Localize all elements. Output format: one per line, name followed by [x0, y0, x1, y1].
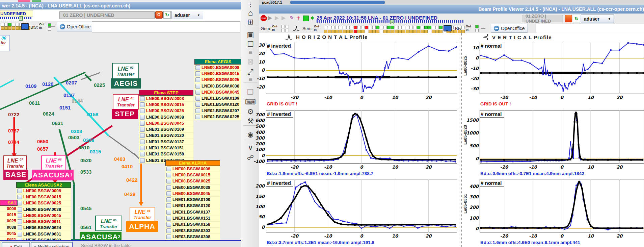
monitor-list-item[interactable]: LNE00.BSGW.0038 — [16, 206, 71, 213]
monitor-checkbox[interactable] — [140, 146, 145, 150]
unlink-icon[interactable]: ☍ — [241, 153, 260, 162]
btv-out-led[interactable] — [48, 23, 51, 27]
monitor-list-item[interactable]: LNE01.BSGW.0151 — [139, 145, 193, 151]
monitor-list-item[interactable]: 0025 — [0, 218, 18, 224]
monitor-checkbox[interactable] — [140, 96, 145, 101]
gem-out-cb-1[interactable] — [281, 25, 285, 28]
monitor-checkbox[interactable] — [166, 222, 171, 227]
monitor-checkbox[interactable] — [140, 140, 145, 144]
monitor-list-item[interactable]: LNE00.BSGW.0008 — [139, 96, 193, 102]
monitor-checkbox[interactable] — [166, 185, 171, 190]
expand-icon[interactable]: ⤢ — [241, 68, 260, 76]
monitor-list-item[interactable]: LNE02.BSGW.0207 — [194, 108, 241, 114]
monitor-list-item[interactable]: LNE00.BSGW.0045 — [16, 213, 71, 219]
monitor-checkbox[interactable] — [17, 189, 22, 193]
monitor-list-item[interactable]: LNE01.BSGW.0158 — [165, 222, 220, 228]
monitor-list-item[interactable]: LNE05.BSGW.0503 — [16, 237, 71, 240]
monitor-checkbox[interactable] — [17, 213, 22, 218]
monitor-list-item[interactable]: LNE00.BSGW.0038 — [165, 184, 220, 191]
monitor-checkbox[interactable] — [140, 121, 145, 126]
monitor-list-item[interactable]: LNE00.BSGW.0025 — [165, 178, 220, 184]
monitor-checkbox[interactable] — [17, 201, 22, 205]
monitor-checkbox[interactable] — [166, 179, 171, 183]
monitor-list-item[interactable]: LNE00.BSGW.0008 — [165, 166, 220, 172]
monitor-list-item[interactable]: LNE06.BSGW.0624 — [16, 225, 71, 231]
btv-monitor-icon[interactable] — [21, 23, 29, 30]
monitor-checkbox[interactable] — [166, 191, 171, 196]
monitor-list-item[interactable]: LNE06.BSGW.0631 — [16, 231, 71, 237]
stop-icon[interactable]: STOP — [261, 15, 267, 21]
monitor-checkbox[interactable] — [17, 195, 22, 199]
exit-button[interactable]: ✕ Exit — [2, 242, 30, 247]
openoffice-button[interactable]: OpenOffice — [57, 22, 94, 31]
monitor-checkbox[interactable] — [195, 115, 200, 119]
monitor-list-item[interactable]: LNE00.BSGW.0038 — [139, 114, 193, 120]
monitor-checkbox[interactable] — [140, 115, 145, 120]
monitor-list-item[interactable]: LNE00.BSGW.0015 — [194, 71, 241, 77]
monitor-list-item[interactable]: LNE01.BSGW.0109 — [165, 197, 220, 203]
monitor-checkbox[interactable] — [166, 234, 171, 239]
monitor-checkbox[interactable] — [166, 216, 171, 221]
monitor-list-item[interactable]: LNE01.BSGW.0137 — [139, 139, 193, 145]
refresh-button[interactable]: ↻ — [573, 15, 580, 22]
monitor-list-item[interactable]: LNE00.BSGW.0015 — [139, 102, 193, 108]
monitor-list-item[interactable]: LNE00.BSGW.0025 — [194, 77, 241, 83]
monitor-checkbox[interactable] — [195, 90, 200, 95]
btv-in-led[interactable] — [475, 29, 479, 32]
monitor-list-item[interactable]: LNE00.BSGW.0015 — [165, 172, 220, 178]
collapse-icon[interactable]: ∨ — [241, 143, 260, 152]
monitor-checkbox[interactable] — [166, 197, 171, 202]
taskbar-segment[interactable] — [290, 1, 385, 4]
monitor-checkbox[interactable] — [17, 207, 22, 212]
monitor-checkbox[interactable] — [195, 102, 200, 107]
openoffice-button[interactable]: OpenOffice — [491, 24, 528, 33]
monitor-checkbox[interactable] — [166, 203, 171, 208]
user-dropdown[interactable]: aduser ▼ — [171, 11, 203, 19]
monitor-checkbox[interactable] — [17, 232, 22, 237]
monitor-checkbox[interactable] — [195, 71, 200, 76]
gem-out-cb-2[interactable] — [286, 25, 289, 28]
refresh-button[interactable]: ↻ — [163, 11, 171, 19]
empty-field[interactable] — [92, 21, 240, 32]
monitor-checkbox[interactable] — [140, 152, 145, 156]
capture-region-icon[interactable]: ▣ — [241, 30, 260, 39]
left-window-titlebar[interactable]: wer 2.14.5 - (INCA) - LNA.USER.ALL (cs-c… — [0, 2, 243, 10]
camera-icon[interactable]: ◉ — [241, 130, 260, 139]
btv-monitor-icon[interactable] — [444, 25, 452, 31]
monitor-list-item[interactable]: LNE00.BSGW.0008 — [194, 65, 241, 71]
move-view-icon[interactable]: ⊠ — [241, 57, 260, 66]
gem-in-cb-2[interactable] — [286, 29, 289, 32]
monitor-list-item[interactable]: LNE01.BSGW.0137 — [165, 209, 220, 215]
monitor-list-item[interactable]: LNE00.BSGW.0038 — [194, 83, 241, 89]
grip-handle[interactable]: ⋮ — [241, 1, 260, 8]
monitor-list-item[interactable]: LNE00.BSGW.0025 — [139, 108, 193, 114]
monitor-checkbox[interactable] — [17, 219, 22, 224]
monitor-checkbox[interactable] — [140, 133, 145, 138]
fullscreen-icon[interactable]: ☐ — [241, 40, 260, 49]
monitor-list-item[interactable]: 0008 — [0, 206, 18, 212]
desktop-tab-label[interactable]: pcad5017:1 — [262, 0, 282, 4]
user-dropdown[interactable]: aduser ▼ — [581, 15, 614, 23]
play-icon-2[interactable]: ▶ — [275, 15, 279, 21]
monitor-list-item[interactable]: 0045 — [0, 230, 18, 237]
menu-icon[interactable]: ≡ — [241, 49, 260, 56]
monitor-list-item[interactable]: LNE00.BSGW.0045 — [194, 89, 241, 95]
monitor-list-item[interactable]: LNE02.BSGW.0225 — [194, 114, 241, 120]
settings-icon[interactable]: ⚙ — [241, 107, 260, 116]
monitor-checkbox[interactable] — [166, 167, 171, 171]
play-icon-3[interactable]: ▶ — [281, 15, 286, 21]
monitor-list-item[interactable]: LNE06.BSGW.0611 — [16, 219, 71, 225]
monitor-checkbox[interactable] — [140, 102, 145, 107]
monitor-list-item[interactable]: LNE00.BSGW.0015 — [16, 194, 71, 200]
btv-in-led[interactable] — [48, 27, 51, 31]
right-window-titlebar[interactable]: Beam Profile Viewer 2.14.5 - (INCA) - LN… — [259, 5, 644, 14]
monitor-list-item[interactable]: LNE01.BSGW.0158 — [139, 151, 193, 157]
gem-in-cb-1[interactable] — [281, 29, 285, 32]
monitor-list-item[interactable]: LNE03.BSGW.0303 — [165, 228, 220, 234]
monitor-list-item[interactable]: LNE01.BSGW.0120 — [194, 102, 241, 108]
monitor-checkbox[interactable] — [166, 228, 171, 233]
btv-out-led[interactable] — [475, 25, 479, 28]
monitor-checkbox[interactable] — [195, 77, 200, 82]
modify-selection-button[interactable]: ◆ Modify selection — [31, 242, 72, 247]
monitor-list-item[interactable]: 0611 — [0, 237, 18, 240]
